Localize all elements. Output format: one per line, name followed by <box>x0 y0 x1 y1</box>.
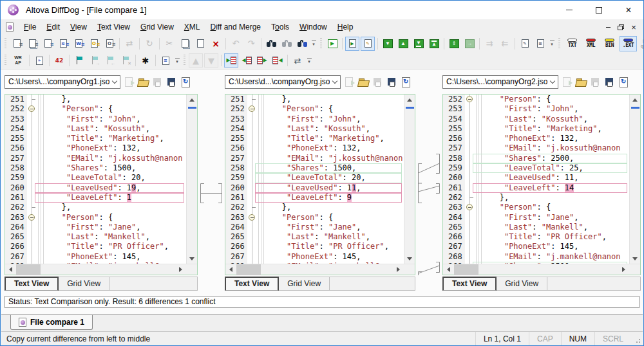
horizontal-scrollbar[interactable] <box>5 264 186 275</box>
file-path-combo[interactable]: C:\Users\...\companyOrg2.json <box>442 75 558 89</box>
menu-help[interactable]: Help <box>332 21 359 33</box>
show-current-difference-icon[interactable]: ⇕ <box>447 37 461 51</box>
delete-synchronization-icon[interactable]: ↻ <box>142 37 156 51</box>
collapse-icon[interactable] <box>28 105 35 112</box>
insert-remove-bookmark-icon[interactable] <box>72 53 86 68</box>
scroll-left-icon[interactable] <box>443 264 454 275</box>
compare-xml-files-icon[interactable]: ≋≡ <box>56 37 70 51</box>
menu-tools[interactable]: Tools <box>266 21 294 33</box>
document-icon[interactable] <box>6 23 14 32</box>
next-difference-alt-icon[interactable]: ▼ <box>204 53 218 68</box>
menu-diff-and-merge[interactable]: Diff and Merge <box>205 21 267 33</box>
find-in-files-icon[interactable] <box>295 37 309 51</box>
open-result-icon[interactable] <box>562 77 573 87</box>
word-wrap-icon[interactable]: WRAP <box>10 53 26 68</box>
scroll-left-icon[interactable] <box>5 264 16 275</box>
tab-text-view[interactable]: Text View <box>225 277 279 291</box>
display-middle-file-as-left-icon[interactable]: ◀ <box>240 53 254 68</box>
vertical-scrollbar[interactable] <box>404 95 415 264</box>
copy-right-to-left-icon[interactable]: ⇇ <box>498 37 512 51</box>
find-icon[interactable] <box>264 37 278 51</box>
compare-while-editing-icon[interactable]: ▶ <box>345 37 359 51</box>
next-difference-icon[interactable]: ▼ <box>381 37 395 51</box>
line-numbers-icon[interactable]: 42 <box>52 53 66 68</box>
next-bookmark-icon[interactable]: → <box>88 53 102 68</box>
close-button[interactable]: × <box>614 1 643 19</box>
scroll-up-icon[interactable] <box>187 95 198 105</box>
vertical-scrollbar[interactable] <box>186 95 197 264</box>
swap-panes-icon[interactable]: ⇄ <box>290 53 305 68</box>
save-file-as-icon[interactable] <box>386 77 397 87</box>
compare-directories-icon[interactable]: ≡ <box>41 37 55 51</box>
horizontal-scrollbar[interactable] <box>225 264 404 275</box>
menu-text-view[interactable]: Text View <box>92 21 135 33</box>
synchronize-directories-icon[interactable]: ⇄ <box>122 37 137 51</box>
scroll-right-icon[interactable] <box>175 264 186 275</box>
copy-icon[interactable] <box>178 37 192 51</box>
first-difference-icon[interactable]: ▲ <box>427 37 441 51</box>
save-file-icon[interactable] <box>152 77 163 87</box>
menu-view[interactable]: View <box>65 21 92 33</box>
scroll-thumb[interactable] <box>16 264 41 275</box>
tab-file-compare-1[interactable]: File compare 1 <box>10 315 93 330</box>
collapse-icon[interactable] <box>249 105 255 112</box>
code-editor[interactable]: 251 },252 "Person": {253 "First": "John"… <box>5 95 186 264</box>
open-file-icon[interactable] <box>576 77 587 87</box>
scroll-up-icon[interactable] <box>404 95 415 105</box>
goto-difference-icon[interactable]: → <box>462 37 477 51</box>
menu-file[interactable]: File <box>19 21 41 33</box>
tab-grid-view[interactable]: Grid View <box>279 277 330 291</box>
save-file-as-icon[interactable] <box>166 77 177 87</box>
undo-icon[interactable]: ↶ <box>229 37 243 51</box>
comparison-options-icon[interactable]: ✎ <box>518 37 532 51</box>
scroll-down-icon[interactable] <box>630 253 641 264</box>
compare-binary-files-icon[interactable]: O≡ <box>102 37 117 51</box>
combo-dropdown-icon[interactable] <box>547 76 558 88</box>
display-middle-file-as-right-icon[interactable]: ▶ <box>255 53 269 68</box>
collapse-icon[interactable] <box>466 96 473 102</box>
display-right-file-icon[interactable]: ◀ <box>270 53 285 68</box>
save-file-as-icon[interactable] <box>604 77 615 87</box>
collapse-icon[interactable] <box>28 214 35 221</box>
compare-excel-files-icon[interactable]: O≡ <box>87 37 101 51</box>
menu-grid-view[interactable]: Grid View <box>135 21 179 33</box>
find-next-icon[interactable] <box>279 37 294 51</box>
cut-icon[interactable]: ✂ <box>162 37 176 51</box>
previous-difference-alt-icon[interactable]: ▲ <box>189 53 203 68</box>
code-editor[interactable]: 252 "Person": {253 "First": "John",254 "… <box>443 95 629 264</box>
scroll-down-icon[interactable] <box>404 253 415 264</box>
open-result-icon[interactable] <box>344 77 355 87</box>
scroll-right-icon[interactable] <box>393 264 404 275</box>
autostart-comparison-icon[interactable]: ✎ <box>361 37 375 51</box>
tab-text-view[interactable]: Text View <box>442 277 497 291</box>
previous-difference-icon[interactable]: ▲ <box>396 37 410 51</box>
compare-as-xml-button[interactable]: XML <box>582 36 600 51</box>
scroll-left-icon[interactable] <box>225 264 236 275</box>
scroll-thumb[interactable] <box>454 264 478 275</box>
code-editor[interactable]: 251 },252 "Person": {253 "First": "John"… <box>225 95 404 264</box>
combo-dropdown-icon[interactable] <box>109 76 120 88</box>
last-difference-icon[interactable]: ▼ <box>412 37 426 51</box>
file-path-combo[interactable]: C:\Users\d...\companyOrg.json <box>225 75 341 89</box>
collapse-icon[interactable] <box>466 204 473 210</box>
menu-window[interactable]: Window <box>294 21 332 33</box>
pretty-print-icon[interactable]: » <box>32 53 46 68</box>
scroll-down-icon[interactable] <box>187 253 198 264</box>
maximize-button[interactable] <box>584 1 614 19</box>
resize-grip[interactable] <box>631 332 643 345</box>
open-file-icon[interactable] <box>358 77 369 87</box>
tab-grid-view[interactable]: Grid View <box>497 277 547 291</box>
whitespace-markers-icon[interactable]: ✱ <box>138 53 153 68</box>
menu-edit[interactable]: Edit <box>41 21 65 33</box>
save-file-icon[interactable] <box>590 77 601 87</box>
toolbar-overflow-icon[interactable]: ▾ <box>310 38 317 50</box>
file-path-combo[interactable]: C:\Users\...\companyOrg1.json <box>5 75 120 89</box>
collapse-icon[interactable] <box>249 214 255 221</box>
combo-dropdown-icon[interactable] <box>330 76 340 88</box>
vertical-scrollbar[interactable] <box>629 95 640 264</box>
paste-icon[interactable] <box>193 37 207 51</box>
previous-bookmark-icon[interactable]: ← <box>103 53 117 68</box>
open-result-icon[interactable] <box>124 77 135 87</box>
reload-file-icon[interactable]: ↻ <box>401 77 412 87</box>
remove-all-bookmarks-icon[interactable]: × <box>118 53 133 68</box>
